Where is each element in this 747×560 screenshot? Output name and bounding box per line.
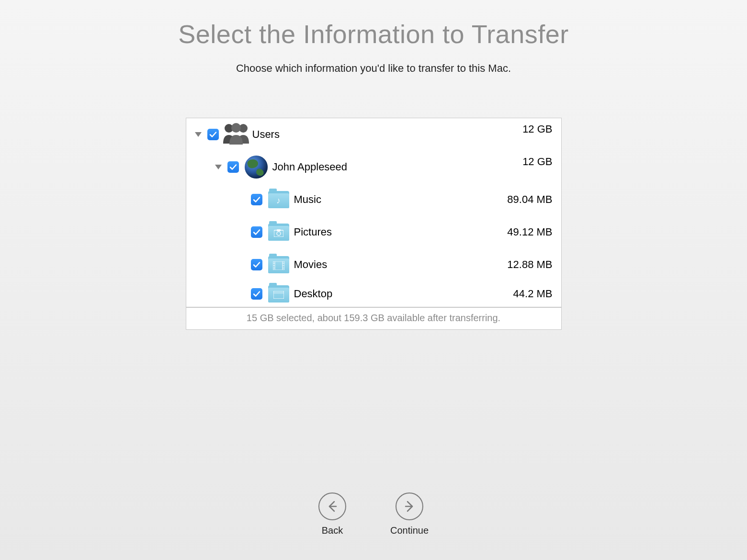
checkmark-icon [253, 228, 260, 236]
checkbox-user[interactable] [227, 161, 239, 173]
svg-rect-4 [277, 229, 281, 231]
tree-row-music[interactable]: ♪ Music 89.04 MB [186, 183, 561, 216]
tree-size: 89.04 MB [507, 193, 552, 206]
transfer-tree: Users 12 GB John Appleseed 12 GB [186, 118, 561, 307]
checkmark-icon [209, 131, 217, 138]
page-subtitle: Choose which information you'd like to t… [236, 62, 511, 75]
back-button[interactable]: Back [318, 493, 346, 536]
checkbox-pictures[interactable] [251, 226, 262, 238]
tree-label: Desktop [294, 288, 333, 300]
users-group-icon [225, 123, 248, 146]
migration-assistant-window: Select the Information to Transfer Choos… [0, 0, 747, 560]
tree-size: 44.2 MB [513, 288, 553, 300]
tree-size: 12.88 MB [507, 258, 552, 271]
tree-size-user: 12 GB [522, 151, 552, 168]
svg-point-5 [277, 232, 281, 235]
arrow-left-icon [318, 493, 346, 520]
disclosure-triangle-icon[interactable] [195, 132, 202, 137]
checkbox-music[interactable] [251, 194, 262, 205]
tree-row-pictures[interactable]: Pictures 49.12 MB [186, 216, 561, 248]
checkbox-movies[interactable] [251, 259, 262, 270]
tree-label: Pictures [294, 226, 332, 238]
checkbox-desktop[interactable] [251, 288, 262, 300]
tree-label: Movies [294, 258, 328, 271]
music-folder-icon: ♪ [268, 189, 289, 210]
tree-row-desktop[interactable]: Desktop 44.2 MB [186, 281, 561, 307]
page-title: Select the Information to Transfer [178, 19, 568, 49]
continue-label: Continue [390, 525, 429, 536]
status-bar: 15 GB selected, about 159.3 GB available… [186, 307, 561, 329]
checkmark-icon [229, 163, 237, 171]
nav-buttons: Back Continue [318, 493, 429, 536]
tree-size-users: 12 GB [522, 118, 552, 135]
svg-point-2 [231, 123, 241, 133]
tree-label-users: Users [252, 128, 280, 141]
pictures-folder-icon [268, 222, 289, 243]
transfer-panel: Users 12 GB John Appleseed 12 GB [186, 118, 562, 330]
back-label: Back [322, 525, 343, 536]
tree-label-user: John Appleseed [272, 161, 348, 173]
movies-folder-icon [268, 254, 289, 275]
arrow-right-icon [396, 493, 423, 520]
tree-size: 49.12 MB [507, 226, 552, 238]
disclosure-triangle-icon[interactable] [215, 165, 222, 169]
svg-rect-3 [274, 230, 283, 237]
checkmark-icon [253, 261, 260, 269]
tree-row-user[interactable]: John Appleseed 12 GB [186, 151, 561, 183]
checkmark-icon [253, 290, 260, 298]
tree-row-movies[interactable]: Movies 12.88 MB [186, 248, 561, 281]
checkmark-icon [253, 196, 260, 203]
earth-avatar-icon [245, 156, 268, 179]
checkbox-users[interactable] [207, 129, 219, 140]
desktop-folder-icon [268, 283, 289, 304]
svg-rect-15 [273, 291, 284, 299]
tree-row-users[interactable]: Users 12 GB [186, 118, 561, 151]
continue-button[interactable]: Continue [390, 493, 429, 536]
tree-label: Music [294, 193, 321, 206]
